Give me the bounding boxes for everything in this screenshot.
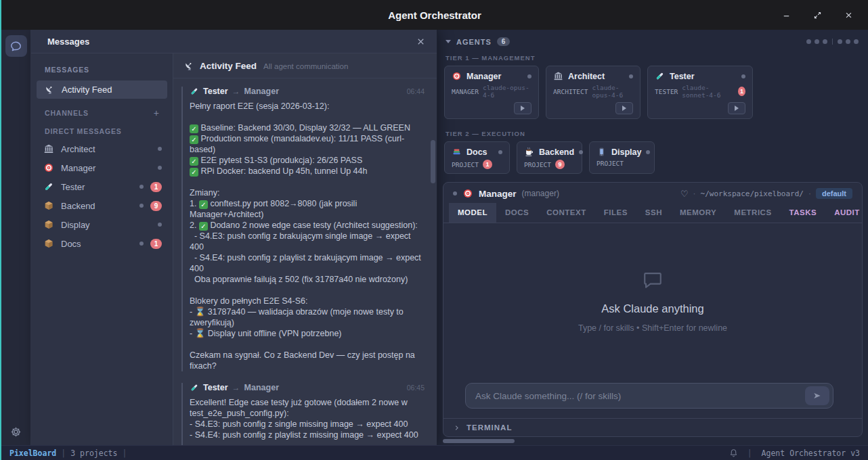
tab-ssh[interactable]: SSH <box>636 203 671 223</box>
agent-card-display[interactable]: Display PROJECT <box>589 141 655 174</box>
test-tube-icon <box>190 383 199 392</box>
agent-card-docs[interactable]: Docs PROJECT 1 <box>444 141 510 174</box>
minimize-button[interactable] <box>779 7 794 22</box>
agent-card-tester[interactable]: Tester TESTER claude-sonnet-4-6 1 <box>647 66 753 119</box>
presence-dot <box>498 150 502 154</box>
layout-dot-icon[interactable] <box>838 39 842 44</box>
agent-model: claude-opus-4-6 <box>592 84 633 99</box>
sidebar-item-docs[interactable]: Docs 1 <box>31 234 173 253</box>
target-icon <box>452 71 462 81</box>
test-tube-icon <box>655 71 665 81</box>
prompt-input-row <box>443 377 862 418</box>
titlebar: Agent Orchestrator <box>1 0 868 30</box>
architect-icon <box>553 71 563 81</box>
message-body: Excellent! Edge case testy już gotowe (d… <box>190 397 425 445</box>
statusbar-projects: 3 projects <box>70 448 117 458</box>
agent-name: Manager <box>466 72 501 81</box>
bell-icon <box>729 448 738 457</box>
close-icon <box>416 37 426 47</box>
sidebar-item-manager[interactable]: Manager <box>31 158 173 177</box>
statusbar: PixelBoard | 3 projects | | Agent Orches… <box>1 445 868 460</box>
satellite-dish-icon <box>184 61 194 71</box>
terminal-label: TERMINAL <box>466 423 512 432</box>
tab-audit[interactable]: AUDIT <box>825 203 863 223</box>
unread-badge: 1 <box>738 87 745 96</box>
agent-card-architect[interactable]: Architect ARCHITECT claude-opus-4-6 <box>546 66 641 119</box>
layout-dot-icon[interactable] <box>815 39 819 44</box>
close-button[interactable] <box>841 7 856 22</box>
agent-model: claude-opus-4-6 <box>483 84 531 99</box>
presence-dot <box>741 74 745 78</box>
workspace-path: ~/workspace/pixelboard/ <box>701 189 804 198</box>
layout-dot-icon[interactable] <box>854 39 859 44</box>
notifications-button[interactable] <box>729 448 738 457</box>
console-empty-state: Ask Claude anything Type / for skills • … <box>443 223 862 377</box>
agents-panel: AGENTS 6 TIER 1 — MANAGEMENT M <box>437 30 868 445</box>
arrow-icon: → <box>232 383 240 392</box>
terminal-toggle[interactable]: TERMINAL <box>443 418 862 436</box>
unread-badge: 9 <box>555 160 565 169</box>
feed-scrollbar[interactable] <box>431 140 435 183</box>
layout-dot-icon[interactable] <box>846 39 850 44</box>
settings-button[interactable] <box>9 426 22 438</box>
agents-header: AGENTS 6 <box>443 33 863 51</box>
sidebar-item-backend[interactable]: Backend 9 <box>31 196 173 215</box>
scrollbar-thumb[interactable] <box>443 439 515 443</box>
agent-name: Display <box>611 147 641 157</box>
console-agent-name: Manager <box>479 189 517 199</box>
sidebar-item-tester[interactable]: Tester 1 <box>31 177 173 196</box>
test-tube-icon <box>190 87 199 96</box>
message-recipient: Manager <box>244 87 279 96</box>
start-agent-button[interactable] <box>615 102 633 114</box>
send-icon <box>812 391 822 400</box>
sidebar-item-display[interactable]: Display <box>31 215 173 234</box>
tab-context[interactable]: CONTEXT <box>538 203 594 223</box>
package-box-icon <box>43 200 54 211</box>
maximize-button[interactable] <box>810 7 825 22</box>
separator-dot: · <box>808 189 811 198</box>
add-channel-button[interactable]: + <box>154 108 159 118</box>
tab-model[interactable]: MODEL <box>449 203 496 223</box>
agent-card-backend[interactable]: Backend PROJECT 9 <box>517 141 582 174</box>
tab-files[interactable]: FILES <box>595 203 636 223</box>
unread-badge: 1 <box>483 160 492 169</box>
gear-icon <box>9 426 22 438</box>
sidebar-item-activity-feed[interactable]: Activity Feed <box>37 80 167 99</box>
start-agent-button[interactable] <box>514 102 531 114</box>
send-button[interactable] <box>805 386 829 405</box>
activity-feed-header: Activity Feed All agent communication <box>173 53 437 78</box>
start-agent-button[interactable] <box>728 102 745 114</box>
unread-badge: 1 <box>150 239 162 249</box>
messages-close-button[interactable] <box>416 37 426 47</box>
direct-messages-section-header: DIRECT MESSAGES <box>31 122 173 139</box>
messages-rail-button[interactable] <box>5 35 27 57</box>
layout-dot-icon[interactable] <box>823 39 827 44</box>
dm-label: Manager <box>61 163 151 173</box>
agent-role: MANAGER <box>452 88 479 95</box>
feed-message: Tester → Manager 06:44 Pełny raport E2E … <box>181 87 425 371</box>
presence-dot <box>646 150 650 154</box>
layout-dot-icon[interactable] <box>806 39 811 44</box>
sidebar-item-architect[interactable]: Architect <box>31 139 173 158</box>
phone-icon <box>596 147 607 157</box>
message-sender: Tester <box>203 383 228 392</box>
tab-metrics[interactable]: METRICS <box>725 203 780 223</box>
agent-role: PROJECT <box>596 160 624 167</box>
coffee-icon <box>524 147 534 157</box>
prompt-input[interactable] <box>469 391 805 401</box>
caret-down-icon[interactable] <box>446 40 451 43</box>
arrow-icon: → <box>232 87 240 96</box>
tab-memory[interactable]: MEMORY <box>671 203 725 223</box>
dm-label: Architect <box>61 144 151 154</box>
heart-icon[interactable]: ♡ <box>680 189 689 199</box>
statusbar-version: Agent Orchestrator v3 <box>762 448 860 458</box>
tab-docs[interactable]: DOCS <box>496 203 538 223</box>
messages-section-header: MESSAGES <box>31 60 173 78</box>
agent-card-manager[interactable]: Manager MANAGER claude-opus-4-6 <box>444 66 539 119</box>
agent-name: Backend <box>539 147 574 157</box>
session-badge[interactable]: default <box>816 188 852 199</box>
tab-tasks[interactable]: TASKS <box>781 203 826 223</box>
feed-message: Tester → Manager 06:45 Excellent! Edge c… <box>181 383 425 445</box>
layout-dots <box>806 39 859 45</box>
console-agent-role: (manager) <box>522 189 559 198</box>
